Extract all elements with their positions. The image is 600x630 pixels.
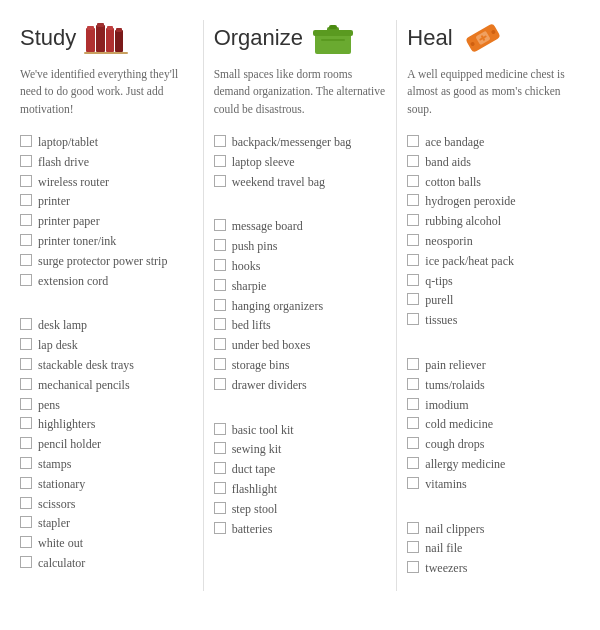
checkbox[interactable] bbox=[407, 358, 419, 370]
item-label: drawer dividers bbox=[232, 377, 307, 394]
item-label: cough drops bbox=[425, 436, 484, 453]
checkbox[interactable] bbox=[407, 477, 419, 489]
checkbox[interactable] bbox=[20, 338, 32, 350]
list-item: q-tips bbox=[407, 273, 580, 290]
list-item: push pins bbox=[214, 238, 387, 255]
item-label: sewing kit bbox=[232, 441, 282, 458]
checkbox[interactable] bbox=[214, 175, 226, 187]
checkbox[interactable] bbox=[20, 254, 32, 266]
item-label: cold medicine bbox=[425, 416, 493, 433]
item-label: vitamins bbox=[425, 476, 466, 493]
checkbox[interactable] bbox=[20, 358, 32, 370]
list-item: cough drops bbox=[407, 436, 580, 453]
item-label: calculator bbox=[38, 555, 85, 572]
checkbox[interactable] bbox=[407, 214, 419, 226]
list-item: stamps bbox=[20, 456, 193, 473]
checkbox[interactable] bbox=[214, 219, 226, 231]
checkbox[interactable] bbox=[407, 378, 419, 390]
heal-title: Heal bbox=[407, 25, 452, 51]
checkbox[interactable] bbox=[214, 259, 226, 271]
checkbox[interactable] bbox=[214, 462, 226, 474]
checkbox[interactable] bbox=[20, 234, 32, 246]
item-label: stapler bbox=[38, 515, 70, 532]
item-label: q-tips bbox=[425, 273, 452, 290]
checkbox[interactable] bbox=[20, 437, 32, 449]
checkbox[interactable] bbox=[20, 556, 32, 568]
checkbox[interactable] bbox=[214, 318, 226, 330]
checkbox[interactable] bbox=[407, 254, 419, 266]
checkbox[interactable] bbox=[214, 358, 226, 370]
checkbox[interactable] bbox=[214, 338, 226, 350]
item-label: purell bbox=[425, 292, 453, 309]
item-label: cotton balls bbox=[425, 174, 481, 191]
list-item: flashlight bbox=[214, 481, 387, 498]
list-item: pain reliever bbox=[407, 357, 580, 374]
heal-section-2: nail clippersnail filetweezers bbox=[407, 521, 580, 577]
checkbox[interactable] bbox=[214, 279, 226, 291]
checkbox[interactable] bbox=[214, 135, 226, 147]
item-label: pain reliever bbox=[425, 357, 485, 374]
list-item: weekend travel bag bbox=[214, 174, 387, 191]
checkbox[interactable] bbox=[214, 155, 226, 167]
checkbox[interactable] bbox=[20, 194, 32, 206]
checkbox[interactable] bbox=[407, 175, 419, 187]
checkbox[interactable] bbox=[214, 423, 226, 435]
item-label: pens bbox=[38, 397, 60, 414]
checkbox[interactable] bbox=[407, 417, 419, 429]
checkbox[interactable] bbox=[407, 135, 419, 147]
checkbox[interactable] bbox=[214, 378, 226, 390]
list-item: nail file bbox=[407, 540, 580, 557]
item-label: hanging organizers bbox=[232, 298, 323, 315]
checkbox[interactable] bbox=[407, 313, 419, 325]
checkbox[interactable] bbox=[214, 502, 226, 514]
checkbox[interactable] bbox=[20, 417, 32, 429]
checkbox[interactable] bbox=[407, 234, 419, 246]
checkbox[interactable] bbox=[407, 522, 419, 534]
checkbox[interactable] bbox=[214, 522, 226, 534]
checkbox[interactable] bbox=[20, 516, 32, 528]
list-item: highlighters bbox=[20, 416, 193, 433]
item-label: stationary bbox=[38, 476, 85, 493]
section-gap bbox=[214, 408, 387, 422]
section-gap bbox=[20, 303, 193, 317]
checkbox[interactable] bbox=[20, 536, 32, 548]
checkbox[interactable] bbox=[407, 561, 419, 573]
checkbox[interactable] bbox=[407, 274, 419, 286]
checkbox[interactable] bbox=[20, 175, 32, 187]
item-label: under bed boxes bbox=[232, 337, 311, 354]
checkbox[interactable] bbox=[20, 497, 32, 509]
item-label: ace bandage bbox=[425, 134, 484, 151]
checkbox[interactable] bbox=[214, 482, 226, 494]
list-item: duct tape bbox=[214, 461, 387, 478]
checkbox[interactable] bbox=[407, 398, 419, 410]
list-item: neosporin bbox=[407, 233, 580, 250]
organize-icon bbox=[311, 20, 355, 56]
checkbox[interactable] bbox=[20, 457, 32, 469]
checkbox[interactable] bbox=[20, 398, 32, 410]
checkbox[interactable] bbox=[20, 274, 32, 286]
checkbox[interactable] bbox=[20, 318, 32, 330]
checkbox[interactable] bbox=[20, 155, 32, 167]
study-icon bbox=[84, 20, 128, 56]
svg-rect-5 bbox=[107, 26, 113, 30]
checkbox[interactable] bbox=[407, 155, 419, 167]
checkbox[interactable] bbox=[407, 293, 419, 305]
checkbox[interactable] bbox=[407, 541, 419, 553]
checkbox[interactable] bbox=[407, 457, 419, 469]
heal-header: Heal bbox=[407, 20, 580, 56]
item-label: batteries bbox=[232, 521, 273, 538]
checkbox[interactable] bbox=[214, 299, 226, 311]
item-label: nail file bbox=[425, 540, 462, 557]
checkbox[interactable] bbox=[407, 437, 419, 449]
heal-desc: A well equipped medicine chest is almost… bbox=[407, 66, 580, 122]
checkbox[interactable] bbox=[20, 477, 32, 489]
checkbox[interactable] bbox=[214, 239, 226, 251]
list-item: backpack/messenger bag bbox=[214, 134, 387, 151]
checkbox[interactable] bbox=[407, 194, 419, 206]
list-item: pencil holder bbox=[20, 436, 193, 453]
item-label: stamps bbox=[38, 456, 71, 473]
checkbox[interactable] bbox=[20, 378, 32, 390]
checkbox[interactable] bbox=[214, 442, 226, 454]
checkbox[interactable] bbox=[20, 214, 32, 226]
checkbox[interactable] bbox=[20, 135, 32, 147]
